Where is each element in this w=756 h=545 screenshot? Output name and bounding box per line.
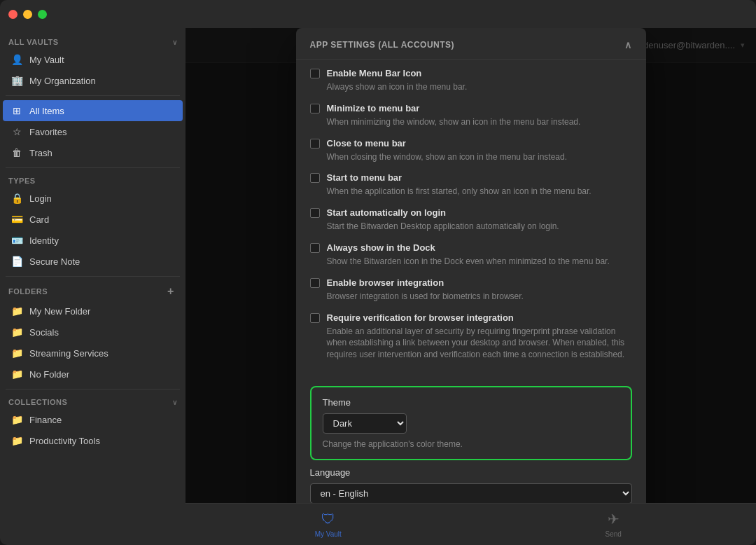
app-window: ALL VAULTS ∨ 👤 My Vault 🏢 My Organizatio…	[0, 0, 756, 545]
sidebar-item-login[interactable]: 🔒 Login	[3, 188, 183, 209]
traffic-lights	[8, 10, 47, 19]
sidebar-item-finance[interactable]: 📁 Finance	[3, 409, 183, 430]
sidebar-item-all-items[interactable]: ⊞ All Items	[3, 100, 183, 121]
label-start-to-menu-bar[interactable]: Start to menu bar	[327, 172, 402, 183]
divider-3	[6, 276, 180, 277]
main-content: Bi bitwardenuser@bitwarden.... ▾ warden …	[186, 28, 756, 503]
setting-start-automatically: Start automatically on login Start the B…	[310, 207, 632, 233]
desc-enable-menu-bar-icon: Always show an icon in the menu bar.	[327, 81, 632, 93]
folders-header[interactable]: FOLDERS +	[0, 281, 186, 301]
setting-checkbox-row-1: Enable Menu Bar Icon	[310, 68, 632, 78]
sidebar-item-card[interactable]: 💳 Card	[3, 209, 183, 230]
bottom-nav-send[interactable]: ✈ Send	[471, 506, 757, 542]
all-items-icon: ⊞	[11, 105, 22, 116]
settings-section: Enable Menu Bar Icon Always show an icon…	[296, 60, 646, 379]
language-select[interactable]: en - English de - Deutsch es - Español f…	[310, 483, 632, 503]
checkbox-start-automatically[interactable]	[310, 208, 320, 218]
app-body: ALL VAULTS ∨ 👤 My Vault 🏢 My Organizatio…	[0, 28, 756, 545]
checkbox-enable-browser-integration[interactable]	[310, 278, 320, 288]
language-label: Language	[310, 467, 632, 478]
setting-checkbox-row-6: Always show in the Dock	[310, 242, 632, 253]
sidebar-item-favorites[interactable]: ☆ Favorites	[3, 121, 183, 142]
divider-1	[6, 95, 180, 96]
label-minimize-to-menu-bar[interactable]: Minimize to menu bar	[327, 103, 420, 113]
sidebar-item-my-vault[interactable]: 👤 My Vault	[3, 49, 183, 70]
close-button-traffic[interactable]	[8, 10, 18, 19]
title-bar	[0, 0, 756, 28]
theme-section: Theme Dark Default Light Solarized Dark …	[310, 386, 632, 460]
settings-modal-title: APP SETTINGS (ALL ACCOUNTS)	[310, 40, 455, 50]
minimize-button-traffic[interactable]	[23, 10, 32, 19]
maximize-button-traffic[interactable]	[38, 10, 47, 19]
label-close-to-menu-bar[interactable]: Close to menu bar	[327, 138, 406, 149]
checkbox-minimize-to-menu-bar[interactable]	[310, 104, 320, 113]
finance-label: Finance	[29, 415, 174, 425]
label-enable-browser-integration[interactable]: Enable browser integration	[327, 277, 444, 288]
settings-modal-header: APP SETTINGS (ALL ACCOUNTS) ∧	[296, 28, 646, 60]
all-vaults-header[interactable]: ALL VAULTS ∨	[0, 34, 186, 49]
label-always-show-in-dock[interactable]: Always show in the Dock	[327, 242, 435, 253]
favorites-icon: ☆	[11, 126, 22, 137]
desc-require-verification: Enable an additional layer of security b…	[327, 326, 632, 361]
streaming-icon: 📁	[11, 347, 22, 359]
sidebar-item-streaming-services[interactable]: 📁 Streaming Services	[3, 343, 183, 364]
checkbox-always-show-in-dock[interactable]	[310, 243, 320, 253]
all-vaults-chevron: ∨	[172, 39, 178, 46]
sidebar-item-socials[interactable]: 📁 Socials	[3, 322, 183, 343]
my-new-folder-icon: 📁	[11, 305, 22, 317]
language-section: Language en - English de - Deutsch es - …	[296, 467, 646, 503]
checkbox-enable-menu-bar-icon[interactable]	[310, 69, 320, 78]
checkbox-close-to-menu-bar[interactable]	[310, 139, 320, 149]
setting-enable-browser-integration: Enable browser integration Browser integ…	[310, 277, 632, 303]
socials-label: Socials	[29, 327, 174, 338]
sidebar-item-secure-note[interactable]: 📄 Secure Note	[3, 251, 183, 272]
sidebar-item-trash[interactable]: 🗑 Trash	[3, 142, 183, 163]
setting-minimize-to-menu-bar: Minimize to menu bar When minimizing the…	[310, 103, 632, 128]
label-start-automatically[interactable]: Start automatically on login	[327, 207, 446, 218]
theme-description: Change the application's color theme.	[323, 439, 620, 449]
secure-note-icon: 📄	[11, 256, 22, 267]
sidebar-item-my-organization[interactable]: 🏢 My Organization	[3, 70, 183, 91]
sidebar-item-my-new-folder[interactable]: 📁 My New Folder	[3, 301, 183, 322]
theme-select[interactable]: Dark Default Light Solarized Dark Nord	[323, 413, 407, 434]
send-nav-icon: ✈	[608, 511, 620, 527]
label-require-verification[interactable]: Require verification for browser integra…	[327, 312, 514, 323]
identity-label: Identity	[29, 235, 174, 246]
my-vault-nav-label: My Vault	[315, 530, 342, 538]
bottom-nav: 🛡 My Vault ✈ Send	[186, 503, 756, 545]
login-label: Login	[29, 193, 174, 204]
setting-checkbox-row-4: Start to menu bar	[310, 172, 632, 183]
label-enable-menu-bar-icon[interactable]: Enable Menu Bar Icon	[327, 68, 422, 78]
collections-header[interactable]: COLLECTIONS ∨	[0, 394, 186, 409]
add-folder-button[interactable]: +	[164, 285, 177, 298]
checkbox-start-to-menu-bar[interactable]	[310, 173, 320, 183]
setting-require-verification: Require verification for browser integra…	[310, 312, 632, 361]
identity-icon: 🪪	[11, 235, 22, 246]
no-folder-label: No Folder	[29, 369, 174, 380]
my-new-folder-label: My New Folder	[29, 306, 174, 317]
setting-always-show-in-dock: Always show in the Dock Show the Bitward…	[310, 242, 632, 268]
secure-note-label: Secure Note	[29, 256, 174, 267]
types-header[interactable]: TYPES	[0, 172, 186, 188]
desc-always-show-in-dock: Show the Bitwarden icon in the Dock even…	[327, 256, 632, 268]
favorites-label: Favorites	[29, 127, 174, 137]
trash-label: Trash	[29, 148, 174, 158]
desc-enable-browser-integration: Browser integration is used for biometri…	[327, 291, 632, 303]
send-nav-label: Send	[606, 530, 622, 538]
organization-icon: 🏢	[11, 75, 22, 86]
sidebar-item-productivity-tools[interactable]: 📁 Productivity Tools	[3, 430, 183, 451]
my-vault-label: My Vault	[29, 55, 174, 65]
checkbox-require-verification[interactable]	[310, 313, 320, 323]
sidebar-item-identity[interactable]: 🪪 Identity	[3, 230, 183, 251]
setting-checkbox-row-2: Minimize to menu bar	[310, 103, 632, 113]
bottom-nav-my-vault[interactable]: 🛡 My Vault	[186, 507, 471, 542]
folders-label: FOLDERS	[8, 287, 48, 296]
desc-close-to-menu-bar: When closing the window, show an icon in…	[327, 151, 632, 163]
collapse-icon[interactable]: ∧	[624, 39, 632, 50]
divider-4	[6, 389, 180, 389]
sidebar-item-no-folder[interactable]: 📁 No Folder	[3, 364, 183, 385]
my-vault-nav-icon: 🛡	[321, 511, 335, 527]
desc-start-automatically: Start the Bitwarden Desktop application …	[327, 221, 632, 233]
setting-checkbox-row-3: Close to menu bar	[310, 138, 632, 149]
desc-start-to-menu-bar: When the application is first started, o…	[327, 186, 632, 198]
